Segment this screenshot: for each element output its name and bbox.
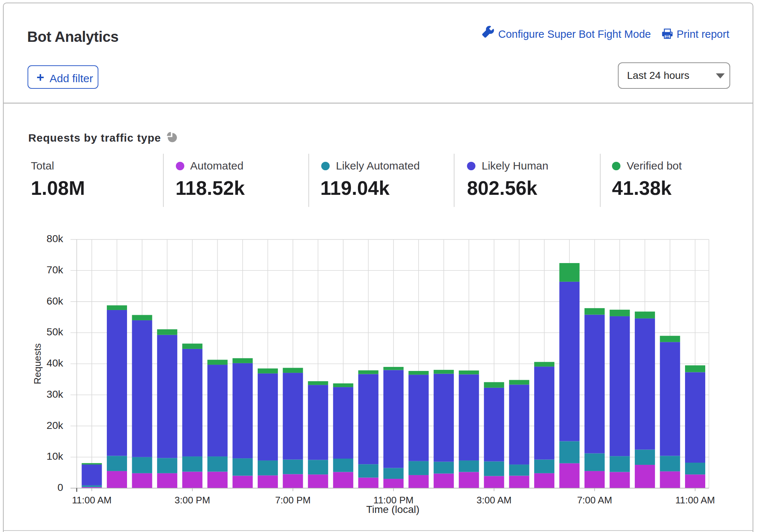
svg-text:30k: 30k [47, 389, 64, 400]
svg-text:7:00 PM: 7:00 PM [275, 495, 311, 506]
svg-text:50k: 50k [47, 326, 64, 338]
svg-text:10k: 10k [47, 451, 64, 462]
svg-text:70k: 70k [47, 264, 64, 276]
svg-text:60k: 60k [47, 295, 64, 307]
svg-text:40k: 40k [47, 357, 64, 369]
svg-text:20k: 20k [47, 420, 64, 431]
svg-text:11:00 AM: 11:00 AM [72, 495, 112, 506]
svg-text:3:00 PM: 3:00 PM [174, 495, 210, 506]
svg-text:80k: 80k [47, 233, 64, 244]
svg-text:7:00 AM: 7:00 AM [577, 495, 612, 506]
svg-text:11:00 AM: 11:00 AM [675, 495, 715, 506]
svg-text:3:00 AM: 3:00 AM [477, 495, 511, 506]
svg-text:Requests: Requests [32, 343, 43, 385]
svg-text:0: 0 [57, 482, 63, 493]
svg-text:Time (local): Time (local) [366, 504, 419, 515]
